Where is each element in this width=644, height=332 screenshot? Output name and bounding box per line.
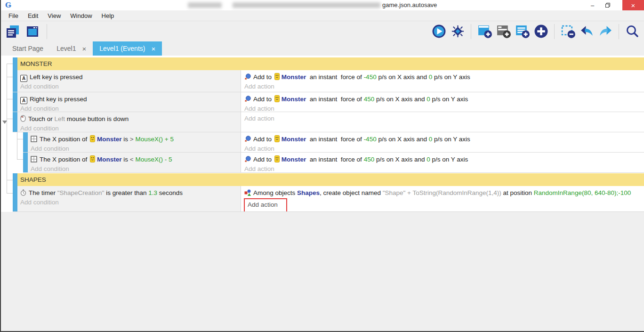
event-row[interactable]: The X position of Monster is > MouseX() … [23,132,644,153]
condition-text[interactable]: ALeft key is pressed [20,72,241,82]
restore-button[interactable] [601,0,614,10]
action-cell[interactable]: Add action [241,112,644,132]
action-cell[interactable]: Add to Monster an instant force of -450 … [241,70,644,92]
add-new-button[interactable] [533,24,549,40]
menu-item-edit[interactable]: Edit [23,10,43,21]
condition-cell[interactable]: Touch or Left mouse button is downAdd co… [17,112,241,132]
menu-item-view[interactable]: View [43,10,65,21]
play-button[interactable] [431,24,447,40]
event-row[interactable]: ALeft key is pressedAdd conditionAdd to … [13,70,644,92]
add-condition-link[interactable]: Add condition [20,104,241,112]
event-text-segment: Add to [253,136,274,143]
event-group-header[interactable]: MONSTER [13,57,644,70]
condition-text[interactable]: Touch or Left mouse button is down [20,114,241,124]
add-action-link[interactable]: Add action [244,114,644,123]
condition-text[interactable]: The X position of Monster is < MouseX() … [31,154,241,164]
action-cell[interactable]: Add to Monster an instant force of 450 p… [241,153,644,172]
menu-item-help[interactable]: Help [97,10,119,21]
condition-text[interactable]: ARight key is pressed [20,94,241,104]
condition-cell[interactable]: The X position of Monster is > MouseX() … [28,132,241,152]
add-condition-link[interactable]: Add condition [31,164,241,172]
add-action-link[interactable]: Add action [248,200,278,209]
add-condition-link[interactable]: Add condition [20,124,241,132]
condition-cell[interactable]: ALeft key is pressedAdd condition [17,70,241,92]
condition-text[interactable]: The timer "ShapeCreation" is greater tha… [20,188,241,198]
event-text-segment: seconds [157,189,183,196]
annotation-box: Add action [244,198,287,211]
event-text-segment: MouseX() + 5 [135,136,173,143]
mouse-icon [20,115,26,122]
action-text[interactable]: Add to Monster an instant force of -450 … [244,72,644,82]
event-color-bar [13,92,17,112]
event-text-segment: an instant force of [306,136,363,143]
add-event-button[interactable] [476,24,492,40]
condition-cell[interactable]: The timer "ShapeCreation" is greater tha… [17,186,241,211]
add-condition-link[interactable]: Add condition [20,198,241,207]
event-text-segment: 1.3 [148,189,157,196]
delete-event-button[interactable] [560,24,576,40]
action-cell[interactable]: Add to Monster an instant force of -450 … [241,132,644,152]
add-comment-button[interactable] [514,24,530,40]
event-color-bar [23,132,28,152]
tab-label: Level1 [56,45,76,52]
event-text-segment: 450 [364,96,375,103]
project-manager-button[interactable] [5,24,21,40]
action-cell[interactable]: Among objects Shapes, create object name… [241,186,644,211]
condition-cell[interactable]: ARight key is pressedAdd condition [17,92,241,112]
event-text-segment: Monster [282,96,306,103]
add-condition-link[interactable]: Add condition [31,144,241,152]
close-button[interactable]: × [622,0,644,10]
minimize-button[interactable]: – [586,0,599,10]
event-row[interactable]: ARight key is pressedAdd conditionAdd to… [13,92,644,112]
tab-level1-events-[interactable]: Level1 (Events)× [93,41,162,56]
tab-start-page[interactable]: Start Page [6,41,50,56]
toolbar-separator [471,24,471,39]
action-cell[interactable]: Add to Monster an instant force of 450 p… [241,92,644,112]
tab-level1[interactable]: Level1× [50,41,93,56]
condition-cell[interactable]: The X position of Monster is < MouseX() … [28,153,241,172]
add-action-link[interactable]: Add action [244,82,644,91]
event-text-segment: p/s on Y axis [432,73,470,81]
event-row[interactable]: Touch or Left mouse button is downAdd co… [13,112,644,132]
event-text-segment: Monster [282,136,306,143]
title-bar: Ǥ game.json.autosave – × [1,0,644,10]
close-tab-icon[interactable]: × [82,45,86,53]
event-text-segment: , create object named [320,189,383,196]
force-icon [244,73,251,80]
start-page-button[interactable] [24,24,40,40]
action-text[interactable]: Add to Monster an instant force of 450 p… [244,94,644,104]
action-text[interactable]: Add to Monster an instant force of -450 … [244,134,644,144]
menu-item-window[interactable]: Window [65,10,97,21]
close-tab-icon[interactable]: × [151,45,155,53]
blurred-title-segment [188,2,222,8]
debug-button[interactable] [450,24,466,40]
event-group-header[interactable]: SHAPES [13,173,644,186]
event-row[interactable]: The timer "ShapeCreation" is greater tha… [13,186,644,212]
search-button[interactable] [624,24,640,40]
add-action-link[interactable]: Add action [244,164,644,172]
add-action-link[interactable]: Add action [244,104,644,112]
redo-button[interactable] [597,24,613,40]
undo-button[interactable] [579,24,595,40]
event-text-segment: "ShapeCreation" [57,189,105,196]
event-text-segment: < [130,156,136,163]
event-color-bar [13,57,17,70]
monster-object-icon [274,95,280,102]
add-condition-link[interactable]: Add condition [20,82,241,91]
event-text-segment: Left [55,115,65,122]
action-text[interactable]: Among objects Shapes, create object name… [244,188,644,198]
add-action-link[interactable]: Add action [244,144,644,152]
event-text-segment: p/s on X axis and [377,136,429,143]
project-manager-icon [5,24,20,39]
event-text-segment: Monster [282,156,306,163]
event-row[interactable]: The X position of Monster is < MouseX() … [23,153,644,173]
event-text-segment: Monster [97,136,122,143]
menu-item-file[interactable]: File [4,10,23,21]
event-text-segment: an instant force of [306,96,363,103]
action-text[interactable]: Add to Monster an instant force of 450 p… [244,154,644,164]
condition-text[interactable]: The X position of Monster is > MouseX() … [31,134,241,144]
add-subevent-button[interactable] [495,24,511,40]
gdevelop-logo-icon: Ǥ [5,1,11,9]
event-text-segment: 450 [364,156,375,163]
event-text-segment: Monster [282,73,306,81]
